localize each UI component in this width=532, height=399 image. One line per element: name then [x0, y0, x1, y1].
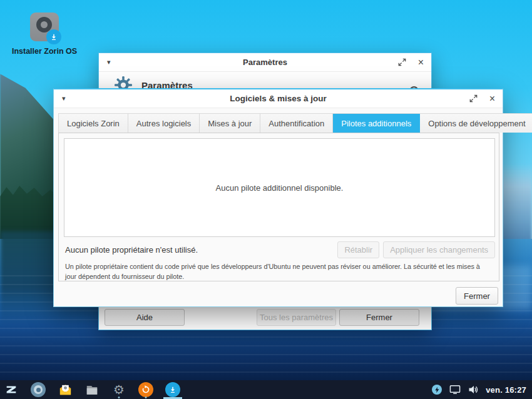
chromium-icon — [31, 382, 46, 397]
dialog-tab-bar: Logiciels Zorin Autres logiciels Mises à… — [58, 113, 532, 133]
taskbar-item-mail[interactable] — [58, 380, 73, 399]
download-badge-icon — [46, 29, 61, 44]
drivers-tab-panel: Aucun pilote additionnel disponible. Auc… — [58, 133, 499, 281]
tab-logiciels-zorin[interactable]: Logiciels Zorin — [59, 114, 128, 133]
all-settings-button[interactable]: Tous les paramètres — [257, 309, 336, 326]
driver-status-row: Aucun pilote propriétaire n'est utilisé.… — [65, 241, 495, 258]
settings-window-title: Paramètres — [99, 58, 431, 67]
display-tray-icon[interactable] — [449, 385, 461, 395]
mail-icon — [58, 383, 73, 397]
installer-icon — [165, 382, 180, 397]
empty-drivers-message: Aucun pilote additionnel disponible. — [216, 183, 344, 193]
gear-icon: ⚙ — [113, 383, 125, 396]
taskbar-item-software-updater[interactable] — [138, 380, 153, 399]
tab-autres-logiciels[interactable]: Autres logiciels — [128, 114, 200, 133]
zorin-menu-icon — [4, 383, 18, 396]
running-indicator — [145, 396, 147, 398]
help-button[interactable]: Aide — [105, 309, 185, 326]
taskbar: ⚙ — [0, 380, 532, 399]
updater-icon — [138, 382, 153, 397]
settings-titlebar[interactable]: ▾ Paramètres × — [99, 53, 431, 72]
close-icon[interactable]: × — [418, 58, 424, 68]
proprietary-driver-note: Un pilote propriétaire contient du code … — [65, 262, 486, 281]
desktop-icon-label: Installer Zorin OS — [4, 47, 85, 56]
apply-changes-button[interactable]: Appliquer les changements — [383, 241, 495, 258]
tab-authentification[interactable]: Authentification — [260, 114, 333, 133]
dialog-close-button[interactable]: Fermer — [456, 287, 498, 305]
tab-pilotes-additionnels[interactable]: Pilotes additionnels — [333, 114, 420, 133]
power-tray-icon[interactable] — [432, 385, 442, 395]
taskbar-item-zorin-installer[interactable] — [165, 380, 180, 399]
driver-status-text: Aucun pilote propriétaire n'est utilisé. — [65, 245, 198, 255]
dialog-titlebar[interactable]: ▾ Logiciels & mises à jour × — [54, 89, 503, 108]
taskbar-item-files[interactable] — [84, 380, 100, 399]
desktop: Installer Zorin OS ▾ Paramètres × — [0, 0, 532, 399]
taskbar-item-settings[interactable]: ⚙ — [111, 380, 126, 399]
download-arrow-icon — [49, 33, 58, 41]
close-icon[interactable]: × — [489, 94, 495, 104]
volume-tray-icon[interactable] — [468, 385, 478, 395]
zorin-menu-button[interactable] — [4, 380, 19, 399]
drive-icon — [30, 13, 59, 41]
maximize-icon[interactable] — [469, 94, 478, 103]
software-updates-dialog: ▾ Logiciels & mises à jour × Logiciels Z… — [53, 88, 503, 307]
driver-list: Aucun pilote additionnel disponible. — [64, 138, 495, 237]
running-indicator — [118, 396, 120, 398]
revert-button[interactable]: Rétablir — [337, 241, 379, 258]
maximize-icon[interactable] — [398, 58, 406, 66]
dialog-title: Logiciels & mises à jour — [54, 94, 503, 103]
settings-close-button[interactable]: Fermer — [339, 309, 419, 326]
folder-icon — [85, 383, 99, 396]
installer-desktop-icon[interactable]: Installer Zorin OS — [4, 13, 85, 56]
tab-mises-a-jour[interactable]: Mises à jour — [200, 114, 260, 133]
tab-options-developpement[interactable]: Options de développement — [420, 114, 532, 133]
clock[interactable]: ven. 16:27 — [486, 385, 526, 395]
taskbar-item-chromium[interactable] — [31, 380, 46, 399]
